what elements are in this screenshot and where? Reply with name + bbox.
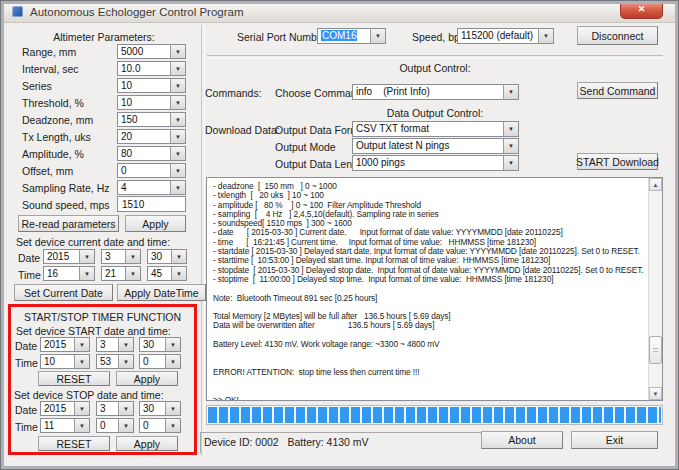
chevron-down-icon[interactable]: ▼ bbox=[74, 419, 89, 432]
output-control-separator bbox=[207, 55, 663, 59]
stop-day-combobox[interactable]: 30▼ bbox=[139, 401, 181, 416]
command-combobox[interactable]: info (Print Info)▼ bbox=[352, 84, 519, 100]
chevron-down-icon[interactable]: ▼ bbox=[79, 267, 94, 280]
choose-command-label: Choose Command bbox=[275, 87, 363, 99]
chevron-down-icon[interactable]: ▼ bbox=[171, 250, 186, 263]
sampling-rate-value: 4 bbox=[118, 181, 170, 194]
chevron-down-icon[interactable]: ▼ bbox=[165, 338, 180, 351]
app-icon bbox=[12, 6, 23, 17]
stop-reset-button[interactable]: RESET bbox=[38, 436, 110, 451]
start-minute-combobox[interactable]: 53▼ bbox=[96, 354, 134, 369]
start-reset-button[interactable]: RESET bbox=[38, 371, 110, 386]
chevron-down-icon[interactable]: ▼ bbox=[118, 338, 133, 351]
chevron-down-icon[interactable]: ▼ bbox=[74, 402, 89, 415]
current-day-combobox[interactable]: 30▼ bbox=[147, 249, 187, 264]
range-combobox[interactable]: 5000▼ bbox=[117, 44, 186, 59]
chevron-down-icon[interactable]: ▼ bbox=[74, 338, 89, 351]
title-bar[interactable]: Autonomous Echologger Control Program ✕ bbox=[1, 1, 678, 23]
reread-parameters-button[interactable]: Re-read parameters bbox=[18, 215, 119, 232]
chevron-down-icon[interactable]: ▼ bbox=[170, 113, 185, 126]
stop-year-combobox[interactable]: 2015▼ bbox=[40, 401, 90, 416]
scroll-down-icon[interactable]: ▼ bbox=[649, 387, 662, 400]
chevron-down-icon[interactable]: ▼ bbox=[171, 267, 186, 280]
exit-button[interactable]: Exit bbox=[571, 431, 658, 449]
close-icon: ✕ bbox=[638, 4, 646, 14]
chevron-down-icon[interactable]: ▼ bbox=[170, 164, 185, 177]
param-label-deadzone: Deadzone, mm bbox=[22, 114, 93, 126]
start-apply-button[interactable]: Apply bbox=[116, 371, 178, 386]
chevron-down-icon[interactable]: ▼ bbox=[170, 147, 185, 160]
chevron-down-icon[interactable]: ▼ bbox=[125, 267, 140, 280]
chevron-down-icon[interactable]: ▼ bbox=[503, 85, 518, 99]
start-hour-combobox[interactable]: 10▼ bbox=[40, 354, 90, 369]
interval-combobox[interactable]: 10.0▼ bbox=[117, 61, 186, 76]
output-format-combobox[interactable]: CSV TXT format▼ bbox=[352, 121, 519, 137]
current-month-combobox[interactable]: 3▼ bbox=[101, 249, 141, 264]
chevron-down-icon[interactable]: ▼ bbox=[370, 29, 385, 43]
start-year-combobox[interactable]: 2015▼ bbox=[40, 337, 90, 352]
device-status-text: Device ID: 0002 Battery: 4130 mV bbox=[201, 433, 482, 448]
chevron-down-icon[interactable]: ▼ bbox=[503, 122, 518, 136]
chevron-down-icon[interactable]: ▼ bbox=[165, 402, 180, 415]
current-hour-combobox[interactable]: 16▼ bbox=[43, 266, 95, 281]
chevron-down-icon[interactable]: ▼ bbox=[165, 419, 180, 432]
deadzone-combobox[interactable]: 150▼ bbox=[117, 112, 186, 127]
close-button[interactable]: ✕ bbox=[620, 2, 663, 19]
chevron-down-icon[interactable]: ▼ bbox=[170, 181, 185, 194]
start-second-combobox[interactable]: 0▼ bbox=[139, 354, 181, 369]
start-day-combobox[interactable]: 30▼ bbox=[139, 337, 181, 352]
start-month-value: 3 bbox=[97, 338, 118, 351]
output-length-combobox[interactable]: 1000 pings▼ bbox=[352, 155, 519, 171]
amplitude-combobox[interactable]: 80▼ bbox=[117, 146, 186, 161]
offset-combobox[interactable]: 0▼ bbox=[117, 163, 186, 178]
chevron-down-icon[interactable]: ▼ bbox=[170, 130, 185, 143]
chevron-down-icon[interactable]: ▼ bbox=[503, 139, 518, 153]
chevron-down-icon[interactable]: ▼ bbox=[74, 355, 89, 368]
threshold-combobox[interactable]: 10▼ bbox=[117, 95, 186, 110]
console-scrollbar[interactable]: ▲ ▼ bbox=[648, 178, 662, 400]
chevron-down-icon[interactable]: ▼ bbox=[170, 96, 185, 109]
set-current-date-button[interactable]: Set Current Date bbox=[14, 284, 113, 301]
series-combobox[interactable]: 10▼ bbox=[117, 78, 186, 93]
chevron-down-icon[interactable]: ▼ bbox=[170, 79, 185, 92]
chevron-down-icon[interactable]: ▼ bbox=[79, 250, 94, 263]
sound-speed-input[interactable]: 1510 bbox=[117, 196, 186, 212]
send-command-button[interactable]: Send Command bbox=[577, 82, 658, 99]
stop-month-combobox[interactable]: 3▼ bbox=[96, 401, 134, 416]
console-output[interactable]: - deadzone [ 150 mm ] 0 ~ 1000 - txlengt… bbox=[206, 177, 663, 401]
chevron-down-icon[interactable]: ▼ bbox=[170, 62, 185, 75]
altimeter-parameters-header: Altimeter Parameters: bbox=[14, 31, 194, 43]
chevron-down-icon[interactable]: ▼ bbox=[125, 250, 140, 263]
stop-hour-combobox[interactable]: 11▼ bbox=[40, 418, 90, 433]
current-minute-combobox[interactable]: 21▼ bbox=[101, 266, 141, 281]
sampling-rate-combobox[interactable]: 4▼ bbox=[117, 180, 186, 195]
chevron-down-icon[interactable]: ▼ bbox=[118, 402, 133, 415]
apply-parameters-button[interactable]: Apply bbox=[125, 215, 186, 232]
chevron-down-icon[interactable]: ▼ bbox=[118, 355, 133, 368]
scroll-up-icon[interactable]: ▲ bbox=[649, 178, 662, 191]
txlength-combobox[interactable]: 20▼ bbox=[117, 129, 186, 144]
stop-apply-button[interactable]: Apply bbox=[116, 436, 178, 451]
chevron-down-icon[interactable]: ▼ bbox=[165, 355, 180, 368]
serial-port-combobox[interactable]: COM16▼ bbox=[317, 28, 386, 44]
chevron-down-icon[interactable]: ▼ bbox=[503, 156, 518, 170]
current-second-combobox[interactable]: 45▼ bbox=[147, 266, 187, 281]
apply-datetime-button[interactable]: Apply DateTime bbox=[117, 284, 206, 301]
disconnect-button[interactable]: Disconnect bbox=[577, 26, 658, 45]
stop-minute-combobox[interactable]: 0▼ bbox=[96, 418, 134, 433]
start-day-value: 30 bbox=[140, 338, 165, 351]
speed-combobox[interactable]: 115200 (default)▼ bbox=[457, 28, 554, 44]
about-button[interactable]: About bbox=[481, 431, 563, 449]
download-data-label: Download Data: bbox=[205, 124, 280, 136]
start-month-combobox[interactable]: 3▼ bbox=[96, 337, 134, 352]
start-download-button[interactable]: START Download bbox=[577, 153, 658, 170]
chevron-down-icon[interactable]: ▼ bbox=[170, 45, 185, 58]
window-title: Autonomous Echologger Control Program bbox=[30, 6, 244, 18]
txlength-value: 20 bbox=[118, 130, 170, 143]
chevron-down-icon[interactable]: ▼ bbox=[538, 29, 553, 43]
scrollbar-thumb[interactable] bbox=[649, 336, 662, 364]
current-year-combobox[interactable]: 2015▼ bbox=[43, 249, 95, 264]
stop-second-combobox[interactable]: 0▼ bbox=[139, 418, 181, 433]
output-mode-combobox[interactable]: Output latest N pings▼ bbox=[352, 138, 519, 154]
chevron-down-icon[interactable]: ▼ bbox=[118, 419, 133, 432]
